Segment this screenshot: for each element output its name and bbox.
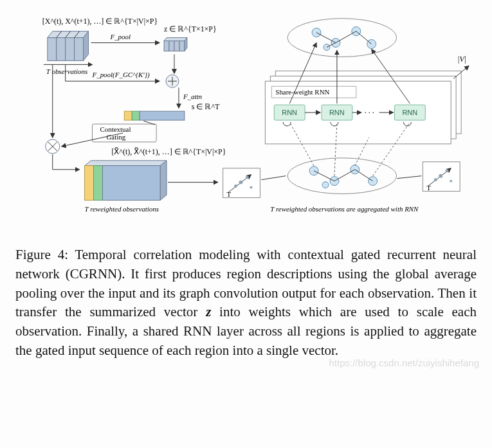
- svg-text:RNN: RNN: [282, 109, 297, 116]
- s-label: s ∈ ℝ^T: [192, 102, 220, 111]
- svg-text:· · ·: · · ·: [365, 108, 374, 117]
- inset-right: T: [423, 162, 460, 192]
- s-vector: [124, 111, 185, 120]
- svg-point-82: [246, 175, 249, 179]
- svg-line-42: [316, 33, 336, 43]
- svg-rect-3: [75, 38, 84, 61]
- svg-rect-20: [124, 111, 132, 120]
- svg-line-84: [261, 176, 286, 180]
- svg-point-91: [450, 180, 452, 183]
- z-label: z ∈ ℝ^{T×1×P}: [164, 24, 217, 33]
- svg-rect-2: [66, 38, 75, 61]
- t-reweighted-label: T reweighted observations: [85, 205, 159, 213]
- reweighted-tensor: [85, 161, 167, 201]
- gating-label-1: Contextual: [100, 125, 131, 133]
- svg-rect-10: [169, 41, 174, 51]
- svg-line-70: [314, 171, 334, 181]
- svg-text:T: T: [227, 190, 232, 198]
- fattn-label: F_attn: [183, 93, 203, 100]
- svg-rect-11: [174, 41, 179, 51]
- svg-line-43: [336, 31, 356, 43]
- svg-line-71: [334, 170, 355, 181]
- input-tensor-stack: [48, 31, 89, 61]
- xtilde-label: [X̃^(t), X̃^(t+1), …] ∈ ℝ^{T×|V|×P}: [111, 147, 226, 156]
- svg-text:T: T: [426, 184, 431, 192]
- gating-label-2: Gating: [106, 133, 125, 141]
- svg-point-88: [434, 178, 437, 181]
- z-tensor: [164, 38, 187, 51]
- svg-line-92: [397, 176, 422, 179]
- svg-rect-12: [179, 41, 185, 51]
- fpool-label-1: F_pool: [109, 33, 131, 40]
- svg-rect-9: [164, 41, 169, 51]
- figure-diagram: [X^(t), X^(t+1), …] ∈ ℝ^{T×|V|×P} T obse…: [15, 12, 477, 237]
- svg-point-64: [287, 158, 396, 194]
- svg-point-89: [439, 174, 442, 178]
- caption-label: Figure 4:: [15, 247, 68, 262]
- input-tensor-label: [X^(t), X^(t+1), …] ∈ ℝ^{T×|V|×P}: [42, 17, 158, 26]
- svg-rect-33: [93, 166, 102, 201]
- svg-line-72: [355, 170, 373, 181]
- right-caption: T reweighted observations are aggregated…: [270, 205, 419, 213]
- svg-point-69: [322, 182, 329, 188]
- svg-rect-32: [85, 166, 94, 201]
- svg-point-36: [287, 19, 396, 57]
- svg-rect-34: [102, 166, 160, 201]
- svg-point-90: [446, 169, 449, 172]
- svg-rect-1: [57, 38, 66, 61]
- svg-point-83: [250, 186, 252, 189]
- svg-point-40: [367, 40, 376, 49]
- diagram-svg: [X^(t), X^(t+1), …] ∈ ℝ^{T×|V|×P} T obse…: [15, 12, 477, 237]
- svg-point-39: [352, 27, 361, 36]
- svg-point-80: [234, 184, 237, 188]
- svg-point-81: [239, 181, 243, 184]
- figure-caption: Figure 4: Temporal correlation modeling …: [15, 246, 477, 361]
- svg-rect-21: [132, 111, 140, 120]
- fpool-label-2: F_pool(F_GC^{K'}): [92, 71, 150, 79]
- svg-line-44: [356, 31, 372, 44]
- bottom-graph-nodes: [309, 165, 378, 188]
- svg-text:RNN: RNN: [329, 109, 345, 116]
- inset-left: T: [223, 168, 260, 198]
- svg-point-41: [323, 44, 330, 51]
- svg-rect-0: [48, 38, 57, 61]
- v-cardinality-label: |V|: [457, 55, 466, 64]
- svg-rect-22: [140, 111, 185, 120]
- top-graph-nodes: [312, 27, 376, 51]
- share-weight-label: Share-weight RNN: [275, 88, 329, 96]
- svg-text:RNN: RNN: [402, 109, 417, 116]
